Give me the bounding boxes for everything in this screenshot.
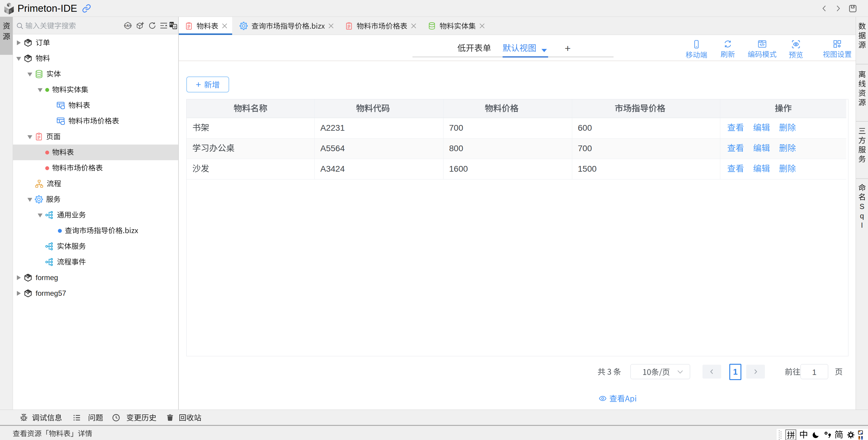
svg-text:AI: AI <box>126 24 129 27</box>
